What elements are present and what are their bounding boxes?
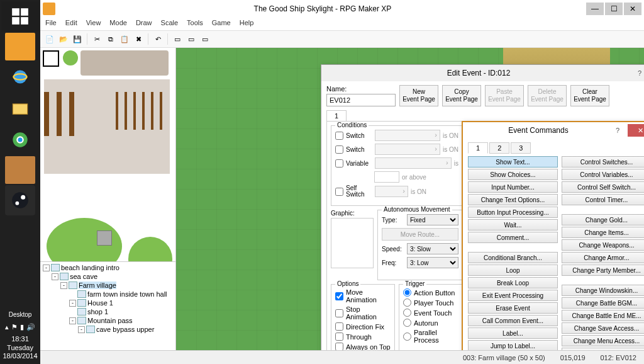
- tree-item[interactable]: -sea cave: [40, 272, 175, 281]
- opt-stopanim[interactable]: [335, 309, 343, 317]
- event-page-tab-1[interactable]: 1: [326, 110, 347, 121]
- ec-cmd-button[interactable]: Loop: [468, 264, 558, 276]
- speed-select[interactable]: 3: Slow: [407, 243, 458, 254]
- paste-icon[interactable]: 📋: [119, 33, 130, 45]
- trigger-eventtouch[interactable]: [403, 309, 411, 317]
- open-icon[interactable]: 📂: [58, 33, 69, 45]
- map-tree[interactable]: -beach landing intro-sea cave-Farm villa…: [40, 262, 175, 350]
- cond-variable-check[interactable]: [335, 159, 343, 168]
- menu-draw[interactable]: Draw: [136, 19, 152, 29]
- graphic-selector[interactable]: [331, 218, 374, 268]
- ec-tab-1[interactable]: 1: [468, 142, 488, 154]
- menu-view[interactable]: View: [86, 19, 101, 29]
- minimize-button[interactable]: —: [586, 3, 604, 15]
- ec-cmd-button[interactable]: Change Battle End ME...: [562, 310, 644, 321]
- ec-cmd-button[interactable]: Call Common Event...: [468, 315, 558, 326]
- ec-cmd-button[interactable]: Change Encounter...: [562, 348, 644, 350]
- cond-variable-value[interactable]: [374, 171, 399, 183]
- cond-switch2-select[interactable]: [375, 144, 440, 155]
- ec-cmd-button[interactable]: Button Input Processing...: [468, 207, 558, 218]
- ec-cmd-button[interactable]: Change Armor...: [562, 252, 644, 263]
- cut-icon[interactable]: ✂: [91, 33, 103, 45]
- ec-cmd-button[interactable]: Change Battle BGM...: [562, 297, 644, 309]
- taskbar-app-explorer[interactable]: [1, 93, 39, 123]
- taskbar-app-rpgmaker[interactable]: [5, 33, 35, 60]
- tree-item[interactable]: farm town inside town hall: [40, 290, 175, 299]
- trigger-parallel[interactable]: [403, 333, 411, 341]
- tileset-panel[interactable]: [40, 48, 175, 262]
- opt-through[interactable]: [335, 333, 343, 341]
- ec-cmd-button[interactable]: Control Timer...: [562, 194, 644, 205]
- menu-file[interactable]: File: [45, 19, 57, 29]
- tree-item[interactable]: -cave bypass upper: [40, 325, 175, 334]
- tray-network-icon[interactable]: ▮: [20, 323, 24, 331]
- map-canvas[interactable]: Edit Event - ID:012 ? ✕ Name: NewEvent P…: [176, 48, 644, 350]
- trigger-playertouch[interactable]: [403, 299, 411, 307]
- menu-scale[interactable]: Scale: [161, 19, 179, 29]
- maximize-button[interactable]: ☐: [605, 3, 623, 15]
- copy-event-page-button[interactable]: CopyEvent Page: [442, 85, 481, 106]
- copy-icon[interactable]: ⧉: [105, 33, 116, 45]
- ec-cmd-button[interactable]: Input Number...: [468, 181, 558, 193]
- opt-alwaystop[interactable]: [335, 343, 343, 350]
- help-icon[interactable]: ?: [632, 69, 644, 77]
- ec-cmd-button[interactable]: Change Items...: [562, 227, 644, 238]
- menu-tools[interactable]: Tools: [187, 19, 203, 29]
- event-name-input[interactable]: [326, 94, 396, 106]
- ec-tab-3[interactable]: 3: [511, 142, 531, 154]
- cond-selfswitch-select[interactable]: [375, 186, 408, 197]
- taskbar-app-chrome[interactable]: [1, 125, 39, 155]
- new-icon[interactable]: 📄: [44, 33, 55, 45]
- trigger-action[interactable]: [403, 288, 411, 297]
- menu-edit[interactable]: Edit: [65, 19, 77, 29]
- new-event-page-button[interactable]: NewEvent Page: [399, 85, 438, 106]
- taskbar-app-game[interactable]: [5, 156, 35, 184]
- cond-variable-select[interactable]: [375, 157, 452, 169]
- ec-cmd-button[interactable]: Control Self Switch...: [562, 181, 644, 193]
- ec-tab-2[interactable]: 2: [489, 142, 509, 154]
- menu-game[interactable]: Game: [212, 19, 231, 29]
- ec-help-icon[interactable]: ?: [610, 127, 625, 134]
- ec-cmd-button[interactable]: Jump to Label...: [468, 340, 558, 350]
- ec-cmd-button[interactable]: Break Loop: [468, 277, 558, 288]
- show-desktop-label[interactable]: Desktop: [0, 311, 40, 318]
- menu-help[interactable]: Help: [240, 19, 254, 29]
- opt-moveanim[interactable]: [335, 292, 343, 300]
- ec-cmd-button[interactable]: Change Gold...: [562, 214, 644, 225]
- ec-cmd-button[interactable]: Wait...: [468, 219, 558, 230]
- tray-volume-icon[interactable]: 🔊: [26, 323, 35, 331]
- delete-icon[interactable]: ✖: [133, 33, 144, 45]
- ec-cmd-button[interactable]: Change Menu Access...: [562, 335, 644, 346]
- ec-cmd-button[interactable]: Show Text...: [468, 156, 558, 168]
- start-button[interactable]: [1, 1, 39, 31]
- ec-cmd-button[interactable]: Change Text Options...: [468, 194, 558, 205]
- ec-cmd-button[interactable]: Change Party Member...: [562, 264, 644, 276]
- ec-cmd-button[interactable]: Conditional Branch...: [468, 252, 558, 263]
- tree-item[interactable]: shop 1: [40, 307, 175, 316]
- tree-item[interactable]: -House 1: [40, 299, 175, 307]
- ec-cmd-button[interactable]: Change Windowskin...: [562, 285, 644, 296]
- move-type-select[interactable]: Fixed: [407, 214, 458, 225]
- undo-icon[interactable]: ↶: [152, 33, 164, 45]
- menu-mode[interactable]: Mode: [109, 19, 127, 29]
- opt-dirfix[interactable]: [335, 322, 343, 331]
- layer1-icon[interactable]: ▭: [172, 33, 183, 45]
- close-button[interactable]: ✕: [624, 3, 641, 15]
- ec-cmd-button[interactable]: Erase Event: [468, 302, 558, 314]
- ec-cmd-button[interactable]: Exit Event Processing: [468, 290, 558, 301]
- system-tray[interactable]: ▴ ⚑ ▮ 🔊: [0, 323, 40, 331]
- tray-flag-icon[interactable]: ⚑: [11, 323, 18, 331]
- save-icon[interactable]: 💾: [72, 33, 83, 45]
- ec-cmd-button[interactable]: Label...: [468, 327, 558, 339]
- ec-cmd-button[interactable]: Show Choices...: [468, 169, 558, 180]
- tray-up-icon[interactable]: ▴: [5, 323, 9, 331]
- taskbar-clock[interactable]: 18:31 Tuesday 18/03/2014: [0, 335, 40, 360]
- ec-close-button[interactable]: ✕: [628, 124, 644, 137]
- ec-cmd-button[interactable]: Change Weapons...: [562, 239, 644, 251]
- cond-selfswitch-check[interactable]: [335, 188, 343, 196]
- ec-cmd-button[interactable]: Comment...: [468, 232, 558, 243]
- tree-item[interactable]: -beach landing intro: [40, 263, 175, 272]
- taskbar-app-steam[interactable]: [1, 185, 39, 215]
- clear-event-page-button[interactable]: ClearEvent Page: [570, 85, 609, 106]
- tree-item[interactable]: -Farm village: [40, 281, 175, 290]
